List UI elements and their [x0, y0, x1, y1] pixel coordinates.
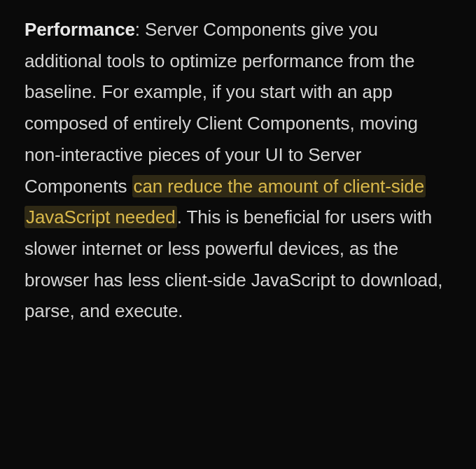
- performance-paragraph: Performance: Server Components give you …: [24, 14, 455, 327]
- performance-label: Performance: [24, 19, 135, 40]
- text-before-highlight: : Server Components give you additional …: [24, 19, 418, 197]
